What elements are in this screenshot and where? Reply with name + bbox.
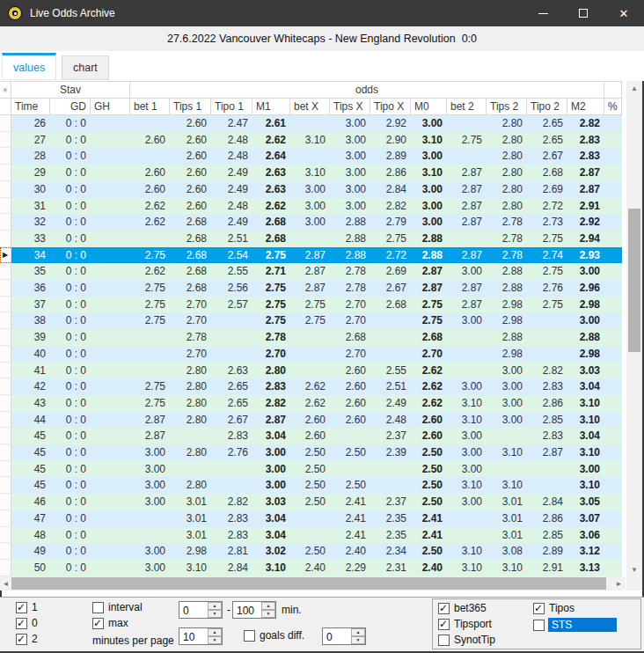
cell[interactable]: 3.00 [411, 115, 447, 132]
cell[interactable] [91, 395, 130, 412]
cell[interactable]: 3.10 [290, 165, 330, 181]
cell[interactable]: 3.00 [487, 395, 527, 412]
cell[interactable]: 47 [11, 510, 50, 527]
cell[interactable]: 3.04 [252, 510, 290, 527]
cell[interactable]: 37 [11, 297, 50, 313]
cell[interactable]: 2.80 [487, 181, 527, 198]
cell[interactable]: 2.63 [252, 165, 290, 181]
cell[interactable]: 0 : 0 [50, 346, 91, 363]
cell[interactable]: 2.41 [330, 510, 370, 527]
cell[interactable]: 2.75 [252, 297, 290, 313]
row-selector[interactable] [0, 132, 11, 149]
cell[interactable]: 3.00 [330, 165, 370, 181]
cell[interactable]: 2.88 [330, 214, 370, 231]
cell[interactable]: 2.62 [130, 214, 170, 231]
cell[interactable]: 2.50 [290, 494, 330, 510]
cell[interactable] [604, 214, 622, 231]
cell[interactable]: 2.74 [527, 247, 567, 264]
cell[interactable]: 2.76 [527, 280, 567, 297]
checkbox-SynotTip[interactable]: SynotTip [438, 634, 495, 646]
cell[interactable]: 2.78 [330, 263, 370, 280]
cell[interactable]: 0 : 0 [50, 395, 91, 412]
cell[interactable] [604, 165, 622, 181]
cell[interactable]: 3.10 [567, 395, 604, 412]
cell[interactable]: 2.83 [527, 428, 567, 444]
cell[interactable]: 2.80 [170, 363, 211, 379]
cell[interactable]: 2.41 [411, 527, 447, 544]
cell[interactable] [447, 231, 487, 247]
table-row[interactable]: 350 : 02.622.682.552.712.872.782.692.873… [0, 263, 621, 280]
row-selector[interactable] [0, 198, 11, 215]
cell[interactable]: 2.75 [527, 263, 567, 280]
cell[interactable]: 3.00 [330, 181, 370, 198]
row-selector[interactable] [0, 148, 11, 165]
cell[interactable]: 2.80 [487, 132, 527, 149]
cell[interactable]: 2.83 [252, 378, 290, 395]
cell[interactable]: 2.84 [370, 181, 411, 198]
cell[interactable] [527, 477, 567, 494]
cell[interactable]: 0 : 0 [50, 312, 91, 329]
cell[interactable]: 2.48 [211, 148, 252, 165]
interval-to-spinner[interactable]: 100 ▲▼ [232, 601, 276, 619]
cell[interactable]: 3.00 [411, 198, 447, 215]
cell[interactable] [447, 363, 487, 379]
row-selector[interactable]: ▶ [0, 247, 11, 264]
cell[interactable]: 2.87 [447, 247, 487, 264]
checkbox-Tipsport[interactable]: Tipsport [438, 618, 492, 630]
cell[interactable]: 3.00 [447, 312, 487, 329]
interval-from-spinner[interactable]: 0 ▲▼ [179, 601, 223, 619]
cell[interactable]: 2.75 [370, 231, 411, 247]
cell[interactable]: 2.41 [411, 510, 447, 527]
cell[interactable]: 2.68 [330, 329, 370, 346]
checkbox-2[interactable]: 2 [16, 633, 38, 645]
cell[interactable]: 2.75 [411, 312, 447, 329]
cell[interactable]: 3.00 [130, 444, 170, 461]
cell[interactable] [604, 346, 622, 363]
cell[interactable]: 2.70 [170, 312, 211, 329]
cell[interactable]: 0 : 0 [50, 214, 91, 231]
cell[interactable]: 0 : 0 [50, 329, 91, 346]
bookmaker-SynotTip-checkbox-box[interactable] [438, 635, 450, 646]
cell[interactable]: 2.51 [370, 378, 411, 395]
cell[interactable] [91, 263, 130, 280]
cell[interactable] [604, 231, 622, 247]
cell[interactable]: 2.75 [527, 231, 567, 247]
cell[interactable]: 36 [11, 280, 50, 297]
table-row[interactable]: 490 : 03.002.982.813.022.502.402.342.503… [0, 543, 621, 560]
column-header-M1[interactable]: M1 [252, 99, 290, 115]
row-selector[interactable] [0, 395, 11, 412]
cell[interactable]: 2.60 [330, 395, 370, 412]
table-row[interactable]: 470 : 03.012.833.042.412.352.413.012.863… [0, 510, 621, 527]
cell[interactable] [447, 329, 487, 346]
cell[interactable]: 3.04 [567, 378, 604, 395]
cell[interactable]: 2.78 [252, 329, 290, 346]
row-selector[interactable] [0, 461, 11, 478]
cell[interactable]: 3.00 [130, 461, 170, 478]
scroll-left-arrow-icon[interactable]: ◄ [0, 576, 11, 591]
cell[interactable]: 3.12 [567, 543, 604, 560]
cell[interactable] [91, 148, 130, 165]
spin-up-button[interactable]: ▲ [208, 628, 222, 636]
cell[interactable]: 2.87 [290, 247, 330, 264]
cell[interactable] [604, 494, 622, 510]
cell[interactable]: 2.50 [411, 444, 447, 461]
cell[interactable]: 2.87 [447, 280, 487, 297]
cell[interactable]: 2.85 [527, 412, 567, 429]
cell[interactable]: 3.03 [567, 363, 604, 379]
spin-down-button[interactable]: ▼ [351, 636, 365, 644]
cell[interactable] [91, 378, 130, 395]
cell[interactable]: 2.49 [211, 181, 252, 198]
cell[interactable]: 2.87 [447, 297, 487, 313]
cell[interactable]: 2.60 [290, 412, 330, 429]
cell[interactable]: 2.75 [130, 378, 170, 395]
cell[interactable]: 2.60 [411, 428, 447, 444]
cell[interactable]: 2.60 [290, 428, 330, 444]
cell[interactable]: 0 : 0 [50, 543, 91, 560]
table-row[interactable]: 260 : 02.602.472.613.002.923.002.802.652… [0, 115, 621, 132]
cell[interactable]: 3.10 [411, 132, 447, 149]
cell[interactable]: 32 [11, 214, 50, 231]
cell[interactable]: 0 : 0 [50, 378, 91, 395]
cell[interactable]: 2.91 [527, 560, 567, 576]
cell[interactable]: 2.75 [130, 297, 170, 313]
cell[interactable]: 26 [11, 115, 50, 132]
